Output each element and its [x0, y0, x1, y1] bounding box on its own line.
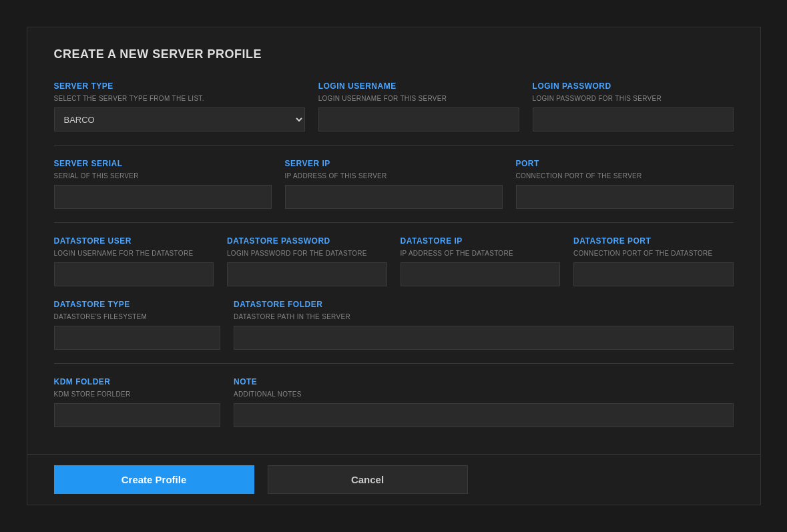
datastore-type-input[interactable]: [54, 326, 221, 350]
note-description: ADDITIONAL NOTES: [234, 390, 734, 398]
login-username-input[interactable]: [318, 107, 519, 131]
datastore-password-group: DATASTORE PASSWORD LOGIN PASSWORD FOR TH…: [227, 236, 387, 286]
datastore-user-input[interactable]: [54, 262, 214, 286]
kdm-folder-label: KDM FOLDER: [54, 377, 221, 386]
divider-1: [54, 145, 734, 146]
datastore-folder-group: DATASTORE FOLDER DATASTORE PATH IN THE S…: [234, 300, 734, 350]
login-password-description: LOGIN PASSWORD FOR THIS SERVER: [533, 95, 734, 102]
divider-2: [54, 222, 734, 223]
note-label: NOTE: [234, 377, 734, 386]
port-group: PORT CONNECTION PORT OF THE SERVER: [516, 159, 734, 209]
kdm-folder-input[interactable]: [54, 403, 221, 427]
server-ip-description: IP ADDRESS OF THIS SERVER: [285, 172, 503, 180]
datastore-user-group: DATASTORE USER LOGIN USERNAME FOR THE DA…: [54, 236, 214, 286]
datastore-type-label: DATASTORE TYPE: [54, 300, 221, 309]
note-group: NOTE ADDITIONAL NOTES: [234, 377, 734, 427]
kdm-folder-description: KDM STORE FORLDER: [54, 390, 221, 398]
server-serial-group: SERVER SERIAL SERIAL OF THIS SERVER: [54, 159, 272, 209]
port-input[interactable]: [516, 185, 734, 209]
server-type-label: SERVER TYPE: [54, 81, 305, 91]
note-input[interactable]: [234, 403, 734, 427]
cancel-button[interactable]: Cancel: [268, 465, 468, 494]
form-row-3: DATASTORE USER LOGIN USERNAME FOR THE DA…: [54, 236, 734, 286]
server-ip-label: SERVER IP: [285, 159, 503, 168]
port-description: CONNECTION PORT OF THE SERVER: [516, 172, 734, 180]
datastore-ip-label: DATASTORE IP: [401, 236, 561, 246]
server-serial-input[interactable]: [54, 185, 272, 209]
modal-container: CREATE A NEW SERVER PROFILE SERVER TYPE …: [27, 27, 761, 505]
datastore-port-label: DATASTORE PORT: [573, 236, 734, 246]
form-row-1: SERVER TYPE SELECT THE SERVER TYPE FROM …: [54, 81, 734, 131]
form-row-2: SERVER SERIAL SERIAL OF THIS SERVER SERV…: [54, 159, 734, 209]
datastore-ip-input[interactable]: [401, 262, 561, 286]
server-serial-label: SERVER SERIAL: [54, 159, 272, 168]
datastore-user-description: LOGIN USERNAME FOR THE DATASTORE: [54, 250, 214, 257]
server-type-description: SELECT THE SERVER TYPE FROM THE LIST.: [54, 95, 305, 102]
port-label: PORT: [516, 159, 734, 168]
datastore-user-label: DATASTORE USER: [54, 236, 214, 246]
datastore-password-label: DATASTORE PASSWORD: [227, 236, 387, 246]
datastore-type-group: DATASTORE TYPE DATASTORE'S FILESYSTEM: [54, 300, 221, 350]
server-type-select[interactable]: BARCO DOLBY GDC DOREMI CHRISTIE QUBE OTH…: [54, 107, 305, 131]
modal-title: CREATE A NEW SERVER PROFILE: [54, 47, 734, 61]
datastore-ip-description: IP ADDRESS OF THE DATASTORE: [401, 250, 561, 257]
datastore-folder-description: DATASTORE PATH IN THE SERVER: [234, 313, 734, 320]
divider-3: [54, 363, 734, 364]
server-ip-input[interactable]: [285, 185, 503, 209]
form-row-5: KDM FOLDER KDM STORE FORLDER NOTE ADDITI…: [54, 377, 734, 427]
datastore-port-description: CONNECTION PORT OF THE DATASTORE: [573, 250, 734, 257]
datastore-password-input[interactable]: [227, 262, 387, 286]
login-password-input[interactable]: [533, 107, 734, 131]
server-ip-group: SERVER IP IP ADDRESS OF THIS SERVER: [285, 159, 503, 209]
datastore-folder-input[interactable]: [234, 326, 734, 350]
form-row-4: DATASTORE TYPE DATASTORE'S FILESYSTEM DA…: [54, 300, 734, 350]
modal-body: CREATE A NEW SERVER PROFILE SERVER TYPE …: [27, 27, 760, 454]
login-password-group: LOGIN PASSWORD LOGIN PASSWORD FOR THIS S…: [533, 81, 734, 131]
server-type-group: SERVER TYPE SELECT THE SERVER TYPE FROM …: [54, 81, 305, 131]
kdm-folder-group: KDM FOLDER KDM STORE FORLDER: [54, 377, 221, 427]
server-serial-description: SERIAL OF THIS SERVER: [54, 172, 272, 180]
datastore-folder-label: DATASTORE FOLDER: [234, 300, 734, 309]
datastore-port-input[interactable]: [573, 262, 734, 286]
datastore-port-group: DATASTORE PORT CONNECTION PORT OF THE DA…: [573, 236, 734, 286]
create-profile-button[interactable]: Create Profile: [54, 465, 254, 494]
login-username-label: LOGIN USERNAME: [318, 81, 519, 91]
login-username-description: LOGIN USERNAME FOR THIS SERVER: [318, 95, 519, 102]
datastore-type-description: DATASTORE'S FILESYSTEM: [54, 313, 221, 320]
datastore-password-description: LOGIN PASSWORD FOR THE DATASTORE: [227, 250, 387, 257]
login-password-label: LOGIN PASSWORD: [533, 81, 734, 91]
datastore-ip-group: DATASTORE IP IP ADDRESS OF THE DATASTORE: [401, 236, 561, 286]
modal-footer: Create Profile Cancel: [27, 454, 760, 505]
login-username-group: LOGIN USERNAME LOGIN USERNAME FOR THIS S…: [318, 81, 519, 131]
